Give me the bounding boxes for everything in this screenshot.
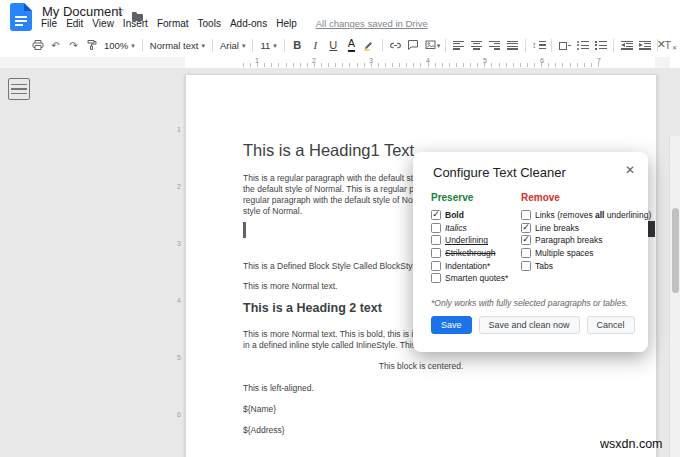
add-comment-icon[interactable]: [406, 36, 421, 54]
preserve-column: Preserve ✓ Bold Italics Underlining Stri…: [431, 192, 508, 285]
align-justify-icon[interactable]: [505, 36, 520, 54]
watermark-text: wsxdn.com: [600, 437, 663, 451]
preserve-heading: Preserve: [431, 192, 508, 203]
font-value: Arial: [220, 40, 239, 51]
dialog-footnote: *Only works with fully selected paragrap…: [431, 298, 628, 308]
bulleted-list-icon[interactable]: [575, 36, 590, 54]
doc-address-placeholder[interactable]: ${Address}: [243, 425, 599, 435]
vruler-mark: 6: [177, 411, 181, 418]
checkbox[interactable]: [431, 223, 441, 233]
horizontal-ruler[interactable]: 1 2 3 4 5 6 7: [0, 57, 670, 68]
remove-column: Remove Links (removes all underlining) ✓…: [521, 192, 651, 272]
option-label: Underlining: [445, 235, 488, 245]
menu-tools[interactable]: Tools: [198, 18, 221, 29]
option-label: Bold: [445, 210, 464, 220]
save-and-clean-button[interactable]: Save and clean now: [479, 316, 580, 334]
print-icon[interactable]: [30, 36, 45, 54]
docs-logo-icon[interactable]: [10, 3, 32, 31]
line-spacing-icon[interactable]: ↕: [531, 36, 546, 54]
doc-left-aligned-line[interactable]: This is left-aligned.: [243, 383, 599, 393]
toolbar: ↶ ↷ 100% ▾ Normal text ▾ Arial ▾ 11 ▾ B …: [0, 33, 680, 57]
checkbox[interactable]: ✓: [521, 235, 531, 245]
vruler-mark: 5: [177, 354, 181, 361]
ruler-mark: 1: [255, 57, 259, 64]
menu-format[interactable]: Format: [157, 18, 189, 29]
doc-centered-line[interactable]: This block is centered.: [243, 361, 599, 371]
menu-view[interactable]: View: [92, 18, 114, 29]
ruler-mark: 6: [540, 57, 544, 64]
checkbox[interactable]: [521, 210, 531, 220]
preserve-option-smarten-quotes[interactable]: Smarten quotes*: [431, 272, 508, 285]
toolbar-separator: [212, 39, 213, 52]
preserve-option-strikethrough[interactable]: Strikethrough: [431, 247, 508, 260]
toolbar-separator: [284, 39, 285, 52]
checkbox[interactable]: [431, 261, 441, 271]
align-left-icon[interactable]: [451, 36, 466, 54]
checkbox[interactable]: ✓: [431, 210, 441, 220]
doc-heading2[interactable]: This is a Heading 2 text: [243, 301, 382, 315]
preserve-option-bold[interactable]: ✓ Bold: [431, 209, 508, 222]
insert-image-icon[interactable]: ▾: [424, 36, 441, 54]
font-size-value: 11: [260, 40, 270, 51]
save-status-link[interactable]: All changes saved in Drive: [316, 18, 428, 29]
menu-help[interactable]: Help: [276, 18, 297, 29]
option-label: Links (removes all underlining): [535, 210, 651, 220]
remove-option-line-breaks[interactable]: ✓ Line breaks: [521, 222, 651, 235]
cancel-button[interactable]: Cancel: [587, 316, 635, 334]
close-icon[interactable]: ✕: [625, 163, 635, 177]
indent-increase-icon[interactable]: [637, 36, 652, 54]
indent-decrease-icon[interactable]: [619, 36, 634, 54]
paint-format-icon[interactable]: [84, 36, 99, 54]
vertical-scrollbar[interactable]: [669, 136, 680, 457]
text-cursor: [243, 222, 246, 238]
dialog-buttons: Save Save and clean now Cancel: [431, 316, 634, 334]
star-icon[interactable]: ☆: [114, 4, 125, 18]
bold-button[interactable]: B: [290, 36, 305, 54]
font-select[interactable]: Arial ▾: [218, 40, 248, 51]
checkbox[interactable]: [521, 261, 531, 271]
doc-name-placeholder[interactable]: ${Name}: [243, 404, 599, 414]
menu-addons[interactable]: Add-ons: [230, 18, 267, 29]
save-button[interactable]: Save: [431, 316, 472, 334]
underline-button[interactable]: U: [326, 36, 341, 54]
preserve-option-italics[interactable]: Italics: [431, 222, 508, 235]
preserve-option-underlining[interactable]: Underlining: [431, 234, 508, 247]
menu-file[interactable]: File: [41, 18, 57, 29]
checkbox[interactable]: [431, 235, 441, 245]
zoom-select[interactable]: 100% ▾: [102, 40, 137, 51]
doc-heading1[interactable]: This is a Heading1 Text: [243, 141, 414, 160]
chevron-down-icon: ▾: [437, 42, 441, 49]
checkbox[interactable]: [431, 248, 441, 258]
remove-option-tabs[interactable]: Tabs: [521, 259, 651, 272]
align-center-icon[interactable]: [469, 36, 484, 54]
insert-link-icon[interactable]: [388, 36, 403, 54]
toolbar-close-icon[interactable]: ✕: [657, 38, 666, 51]
preserve-option-indentation[interactable]: Indentation*: [431, 259, 508, 272]
scrollbar-thumb[interactable]: [672, 208, 679, 293]
italic-button[interactable]: I: [308, 36, 323, 54]
checkbox[interactable]: [431, 273, 441, 283]
document-title[interactable]: My Document: [42, 4, 122, 19]
menu-edit[interactable]: Edit: [66, 18, 83, 29]
paragraph-style-select[interactable]: Normal text ▾: [148, 40, 207, 51]
highlight-color-icon[interactable]: [362, 36, 377, 54]
redo-icon[interactable]: ↷: [66, 36, 81, 54]
checkbox[interactable]: [521, 248, 531, 258]
clear-format-x: ✕: [672, 44, 677, 51]
checklist-icon[interactable]: [557, 36, 572, 54]
toolbar-separator: [445, 39, 446, 52]
undo-icon[interactable]: ↶: [48, 36, 63, 54]
align-right-icon[interactable]: [487, 36, 502, 54]
chevron-down-icon: ▾: [273, 42, 277, 49]
numbered-list-icon[interactable]: [593, 36, 608, 54]
text-color-button[interactable]: A: [344, 36, 359, 54]
remove-option-multiple-spaces[interactable]: Multiple spaces: [521, 247, 651, 260]
remove-option-links[interactable]: Links (removes all underlining): [521, 209, 651, 222]
font-size-select[interactable]: 11 ▾: [258, 40, 278, 51]
option-label: Strikethrough: [445, 248, 496, 258]
checkbox[interactable]: ✓: [521, 223, 531, 233]
show-outline-icon[interactable]: [8, 78, 30, 100]
toolbar-separator: [613, 39, 614, 52]
menu-insert[interactable]: Insert: [123, 18, 148, 29]
remove-option-paragraph-breaks[interactable]: ✓ Paragraph breaks: [521, 234, 651, 247]
